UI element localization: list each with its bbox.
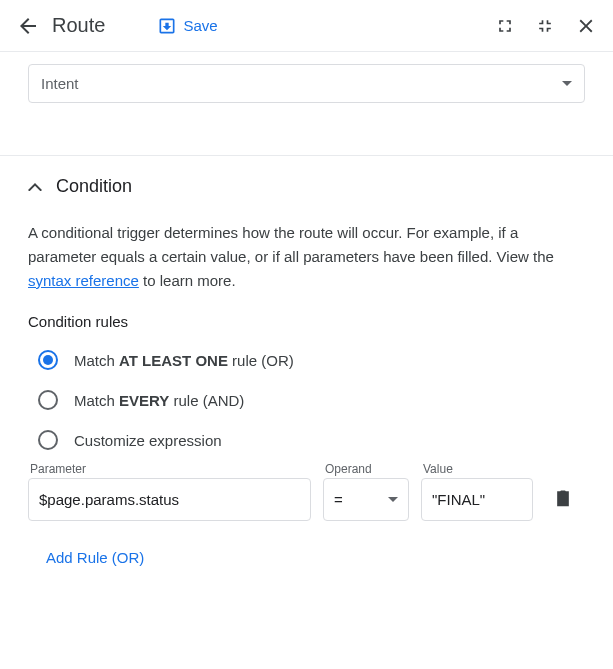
condition-rules-heading: Condition rules [28,313,585,330]
syntax-reference-link[interactable]: syntax reference [28,272,139,289]
fullscreen-exit-icon [535,16,555,36]
radio-label-and: Match EVERY rule (AND) [74,392,244,409]
intent-placeholder: Intent [41,75,79,92]
close-icon [575,15,597,37]
condition-rule-row: Parameter Operand = Value [28,462,585,521]
parameter-input[interactable] [28,478,311,521]
save-label: Save [183,17,217,34]
delete-rule-button[interactable] [553,487,573,509]
condition-section-toggle[interactable]: Condition [28,176,585,197]
save-button[interactable]: Save [157,16,217,36]
chevron-up-icon [28,183,42,191]
back-button[interactable] [16,14,40,38]
page-title: Route [52,14,105,37]
value-input[interactable] [421,478,533,521]
customize-expression-radio[interactable]: Customize expression [38,430,585,450]
save-icon [157,16,177,36]
fullscreen-exit-button[interactable] [535,16,555,36]
dropdown-icon [388,497,398,502]
radio-unselected-icon [38,430,58,450]
trash-icon [553,487,573,509]
parameter-label: Parameter [28,462,311,476]
operand-value: = [334,491,343,508]
close-button[interactable] [575,15,597,37]
radio-label-custom: Customize expression [74,432,222,449]
value-label: Value [421,462,533,476]
arrow-left-icon [16,14,40,38]
radio-label-or: Match AT LEAST ONE rule (OR) [74,352,294,369]
fullscreen-button[interactable] [495,16,515,36]
dropdown-icon [562,81,572,86]
radio-unselected-icon [38,390,58,410]
operand-label: Operand [323,462,409,476]
condition-title: Condition [56,176,132,197]
fullscreen-icon [495,16,515,36]
add-rule-button[interactable]: Add Rule (OR) [46,549,144,566]
condition-description: A conditional trigger determines how the… [28,221,585,293]
operand-select[interactable]: = [323,478,409,521]
match-and-radio[interactable]: Match EVERY rule (AND) [38,390,585,410]
radio-selected-icon [38,350,58,370]
match-or-radio[interactable]: Match AT LEAST ONE rule (OR) [38,350,585,370]
intent-select[interactable]: Intent [28,64,585,103]
